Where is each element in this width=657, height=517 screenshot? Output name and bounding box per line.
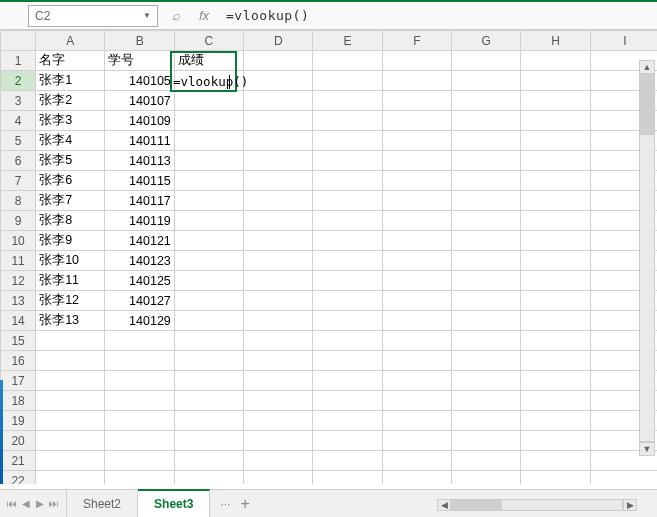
cell[interactable] bbox=[521, 391, 590, 411]
cell[interactable] bbox=[313, 271, 382, 291]
cell[interactable] bbox=[313, 51, 382, 71]
cell[interactable] bbox=[313, 151, 382, 171]
cell[interactable] bbox=[521, 451, 590, 471]
cell[interactable] bbox=[244, 351, 313, 371]
row-header[interactable]: 6 bbox=[1, 151, 36, 171]
cell[interactable] bbox=[313, 131, 382, 151]
cell[interactable] bbox=[521, 71, 590, 91]
cell[interactable] bbox=[452, 431, 521, 451]
chevron-down-icon[interactable]: ▼ bbox=[143, 11, 151, 20]
cell[interactable] bbox=[521, 311, 590, 331]
cell[interactable] bbox=[452, 111, 521, 131]
cell[interactable] bbox=[36, 351, 105, 371]
cell[interactable] bbox=[452, 51, 521, 71]
tab-menu-icon[interactable]: ··· bbox=[220, 497, 230, 511]
cell[interactable] bbox=[36, 331, 105, 351]
cell[interactable] bbox=[521, 471, 590, 485]
cell[interactable] bbox=[382, 391, 451, 411]
cell[interactable] bbox=[174, 371, 243, 391]
cell[interactable] bbox=[244, 471, 313, 485]
cell[interactable] bbox=[36, 451, 105, 471]
cell[interactable] bbox=[521, 91, 590, 111]
row-header[interactable]: 21 bbox=[1, 451, 36, 471]
cell[interactable] bbox=[452, 171, 521, 191]
cell[interactable] bbox=[174, 171, 243, 191]
cell[interactable] bbox=[521, 431, 590, 451]
cell[interactable] bbox=[313, 91, 382, 111]
cell[interactable] bbox=[174, 71, 243, 91]
cell[interactable] bbox=[105, 471, 174, 485]
cell[interactable] bbox=[244, 331, 313, 351]
cell[interactable]: 140115 bbox=[105, 171, 174, 191]
cell[interactable] bbox=[452, 91, 521, 111]
cell[interactable]: 140111 bbox=[105, 131, 174, 151]
cell[interactable] bbox=[244, 371, 313, 391]
cell[interactable]: 学号 bbox=[105, 51, 174, 71]
cell[interactable] bbox=[174, 391, 243, 411]
row-header[interactable]: 2 bbox=[1, 71, 36, 91]
cell[interactable] bbox=[382, 271, 451, 291]
cell[interactable] bbox=[590, 471, 657, 485]
cell[interactable] bbox=[382, 91, 451, 111]
cell[interactable] bbox=[105, 371, 174, 391]
cell[interactable] bbox=[521, 111, 590, 131]
row-header[interactable]: 22 bbox=[1, 471, 36, 485]
scroll-left-arrow-icon[interactable]: ◀ bbox=[437, 499, 451, 511]
cell[interactable] bbox=[244, 411, 313, 431]
row-header[interactable]: 1 bbox=[1, 51, 36, 71]
cell[interactable] bbox=[521, 331, 590, 351]
column-header-i[interactable]: I bbox=[590, 31, 657, 51]
cell[interactable] bbox=[452, 71, 521, 91]
cell[interactable] bbox=[174, 111, 243, 131]
cell[interactable] bbox=[244, 111, 313, 131]
cell[interactable] bbox=[521, 191, 590, 211]
cell[interactable] bbox=[452, 451, 521, 471]
row-header[interactable]: 4 bbox=[1, 111, 36, 131]
cell[interactable] bbox=[174, 331, 243, 351]
cell[interactable] bbox=[244, 271, 313, 291]
cell[interactable] bbox=[452, 471, 521, 485]
cell[interactable] bbox=[244, 291, 313, 311]
cell[interactable] bbox=[244, 311, 313, 331]
cell[interactable] bbox=[382, 291, 451, 311]
cell[interactable]: 张李4 bbox=[36, 131, 105, 151]
cell[interactable] bbox=[452, 231, 521, 251]
fx-icon[interactable]: fx bbox=[196, 8, 212, 24]
cell[interactable] bbox=[174, 131, 243, 151]
cell[interactable] bbox=[382, 151, 451, 171]
cell[interactable] bbox=[244, 231, 313, 251]
scroll-right-arrow-icon[interactable]: ▶ bbox=[623, 499, 637, 511]
tab-last-icon[interactable]: ⏭ bbox=[48, 498, 60, 509]
cell[interactable]: 140107 bbox=[105, 91, 174, 111]
cell[interactable] bbox=[244, 51, 313, 71]
cell[interactable]: 张李5 bbox=[36, 151, 105, 171]
cell[interactable]: 140121 bbox=[105, 231, 174, 251]
cell[interactable]: 张李2 bbox=[36, 91, 105, 111]
cell[interactable]: 张李11 bbox=[36, 271, 105, 291]
cell[interactable] bbox=[244, 71, 313, 91]
cell[interactable] bbox=[313, 451, 382, 471]
row-header[interactable]: 16 bbox=[1, 351, 36, 371]
cell[interactable] bbox=[105, 431, 174, 451]
cell[interactable] bbox=[313, 331, 382, 351]
cell[interactable] bbox=[452, 151, 521, 171]
cell[interactable] bbox=[382, 331, 451, 351]
cell[interactable] bbox=[313, 311, 382, 331]
cell[interactable] bbox=[452, 191, 521, 211]
cell[interactable] bbox=[382, 351, 451, 371]
cell[interactable] bbox=[313, 71, 382, 91]
tab-first-icon[interactable]: ⏮ bbox=[6, 498, 18, 509]
cell[interactable] bbox=[36, 391, 105, 411]
row-header[interactable]: 5 bbox=[1, 131, 36, 151]
cell[interactable] bbox=[174, 451, 243, 471]
column-header-b[interactable]: B bbox=[105, 31, 174, 51]
cell[interactable]: 张李13 bbox=[36, 311, 105, 331]
cell[interactable]: 张李6 bbox=[36, 171, 105, 191]
horizontal-scroll-track[interactable] bbox=[451, 499, 623, 511]
cell[interactable] bbox=[382, 131, 451, 151]
cell[interactable] bbox=[452, 331, 521, 351]
cell[interactable]: 成绩 bbox=[174, 51, 243, 71]
cell[interactable] bbox=[244, 451, 313, 471]
column-header-g[interactable]: G bbox=[452, 31, 521, 51]
cell[interactable] bbox=[521, 171, 590, 191]
